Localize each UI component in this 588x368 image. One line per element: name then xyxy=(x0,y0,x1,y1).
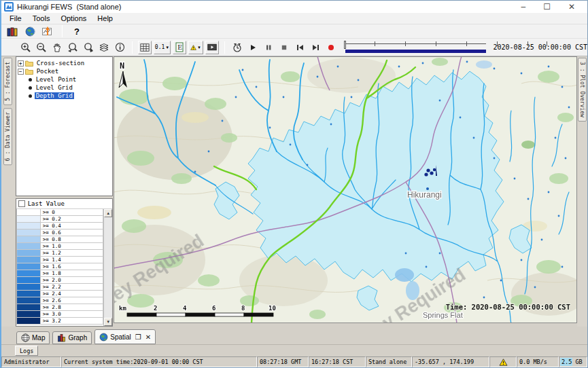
legend-swatch xyxy=(16,270,41,277)
legend-swatch xyxy=(16,318,41,325)
legend-label: >= 1.8 xyxy=(41,270,104,277)
legend-row[interactable]: >= 2.0 xyxy=(16,277,104,284)
menu-help[interactable]: Help xyxy=(92,14,118,23)
help-button[interactable]: ? xyxy=(70,24,84,38)
legend-row[interactable]: >= 3.2 xyxy=(16,318,104,325)
legend-row[interactable]: >= 1.2 xyxy=(16,250,104,257)
legend-swatch xyxy=(16,209,41,216)
legend-row[interactable]: >= 0 xyxy=(16,209,104,216)
legend-swatch xyxy=(16,257,41,263)
tree-item-level-grid[interactable]: Level Grid xyxy=(18,84,113,92)
tree-item-label-selected[interactable]: Depth Grid xyxy=(35,92,74,99)
legend-row[interactable]: >= 0.4 xyxy=(16,223,104,229)
legend-row[interactable]: >= 0.8 xyxy=(16,236,104,243)
tree-item-label[interactable]: Level Grid xyxy=(35,84,74,91)
legend-row[interactable]: >= 2.8 xyxy=(16,304,104,311)
tree-item-level-point[interactable]: Level Point xyxy=(18,75,113,84)
value-threshold-button[interactable]: 0.1 ▼ xyxy=(154,41,171,54)
legend-label: >= 1.2 xyxy=(41,250,104,257)
time-slider[interactable] xyxy=(344,41,486,54)
tab-map[interactable]: Map xyxy=(16,331,50,344)
tree-item-label[interactable]: Level Point xyxy=(35,76,78,83)
tree-item-label[interactable]: Cross-section xyxy=(35,60,86,67)
record-button[interactable] xyxy=(324,41,338,54)
svg-text:E: E xyxy=(177,43,182,51)
legend-label: >= 3.0 xyxy=(41,311,104,318)
tab-graph[interactable]: Graph xyxy=(52,331,92,344)
tab-maximize-icon[interactable]: ❐ xyxy=(135,333,141,341)
pan-hand-icon[interactable] xyxy=(50,41,64,54)
go-to-end-button[interactable] xyxy=(309,41,322,54)
expand-icon[interactable]: + xyxy=(18,60,24,67)
tree-item-depth-grid[interactable]: Depth Grid xyxy=(18,92,113,100)
status-warning-cell[interactable] xyxy=(489,356,517,367)
collapse-icon[interactable]: − xyxy=(18,69,24,75)
legend-label: >= 2.6 xyxy=(41,297,104,304)
tab-plot-overview[interactable]: 3 : Plot Overview xyxy=(578,58,587,122)
zoom-out-icon[interactable] xyxy=(35,41,48,54)
stop-button[interactable] xyxy=(277,41,291,54)
menu-tools[interactable]: Tools xyxy=(27,14,56,23)
legend-swatch xyxy=(16,229,41,236)
status-local-time: 16:27:18 CST xyxy=(309,356,366,367)
minimize-button[interactable]: – xyxy=(521,2,525,12)
map-view[interactable]: API Key Required API Key Required N km 2… xyxy=(114,56,577,323)
tab-forecast[interactable]: 5 : Forecast xyxy=(3,58,12,105)
database-icon[interactable] xyxy=(5,24,19,38)
tab-data-viewer[interactable]: 6 : Data Viewer xyxy=(3,108,12,165)
play-button[interactable] xyxy=(246,41,260,54)
legend-scrollbar[interactable]: ▲ ▼ xyxy=(103,209,112,326)
tree-item-cross-section[interactable]: + Cross-section xyxy=(18,59,113,67)
legend-row[interactable]: >= 0.2 xyxy=(16,216,104,223)
time-settings-icon[interactable] xyxy=(230,41,244,54)
svg-text:6: 6 xyxy=(212,305,215,312)
tree-item-pocket[interactable]: − Pocket xyxy=(18,67,113,75)
pause-button[interactable] xyxy=(262,41,275,54)
tab-close-icon[interactable]: ✕ xyxy=(145,333,151,341)
timeseries-chart-icon[interactable] xyxy=(41,24,54,38)
bottom-tab-bar: Map Graph Spatial ❐ ✕ xyxy=(1,327,587,344)
scroll-down-icon[interactable]: ▼ xyxy=(104,318,112,326)
logs-button[interactable]: Logs xyxy=(15,346,38,356)
grid-display-button[interactable] xyxy=(138,41,152,54)
status-coordinates: -35.657 , 174.199 xyxy=(412,356,489,367)
legend-row[interactable]: >= 1.6 xyxy=(16,263,104,270)
tab-graph-label: Graph xyxy=(68,334,87,342)
menu-file[interactable]: File xyxy=(4,14,27,23)
legend-swatch xyxy=(16,277,41,284)
legend-button[interactable]: E xyxy=(173,41,186,54)
last-value-checkbox[interactable] xyxy=(18,200,25,207)
zoom-next-icon[interactable] xyxy=(82,41,95,54)
legend-row[interactable]: >= 2.4 xyxy=(16,291,104,297)
legend-row[interactable]: >= 3.0 xyxy=(16,311,104,318)
scroll-up-icon[interactable]: ▲ xyxy=(104,209,112,217)
info-icon[interactable] xyxy=(113,41,126,54)
zoom-previous-icon[interactable] xyxy=(66,41,80,54)
menu-options[interactable]: Options xyxy=(55,14,92,23)
time-slider-handle[interactable] xyxy=(344,41,346,49)
map-canvas[interactable]: API Key Required API Key Required N km 2… xyxy=(114,56,577,323)
status-download-rate: 0.0 MB/s xyxy=(517,356,559,367)
status-memory: 2.5 GB xyxy=(559,356,587,367)
status-system-time: Current system time:2020-09-01 00:00 CST xyxy=(61,356,257,367)
close-button[interactable]: ✕ xyxy=(568,2,575,12)
maximize-button[interactable]: ☐ xyxy=(543,2,551,12)
svg-text:4: 4 xyxy=(183,305,187,312)
go-to-start-button[interactable] xyxy=(293,41,307,54)
legend-swatch xyxy=(16,284,41,291)
globe-icon[interactable] xyxy=(23,24,37,38)
animation-button[interactable] xyxy=(205,41,219,54)
tab-spatial[interactable]: Spatial ❐ ✕ xyxy=(94,329,156,344)
legend-row[interactable]: >= 0.6 xyxy=(16,229,104,236)
legend-label: >= 1.6 xyxy=(41,263,104,270)
legend-label: >= 2.0 xyxy=(41,277,104,284)
warning-threshold-button[interactable]: ▼ xyxy=(188,41,203,54)
legend-row[interactable]: >= 2.2 xyxy=(16,284,104,291)
tree-item-label[interactable]: Pocket xyxy=(35,68,60,75)
legend-row[interactable]: >= 1.4 xyxy=(16,257,104,263)
legend-row[interactable]: >= 2.6 xyxy=(16,297,104,304)
layers-icon[interactable] xyxy=(97,41,111,54)
legend-row[interactable]: >= 1.8 xyxy=(16,270,104,277)
zoom-in-icon[interactable] xyxy=(19,41,33,54)
legend-row[interactable]: >= 1.0 xyxy=(16,243,104,250)
